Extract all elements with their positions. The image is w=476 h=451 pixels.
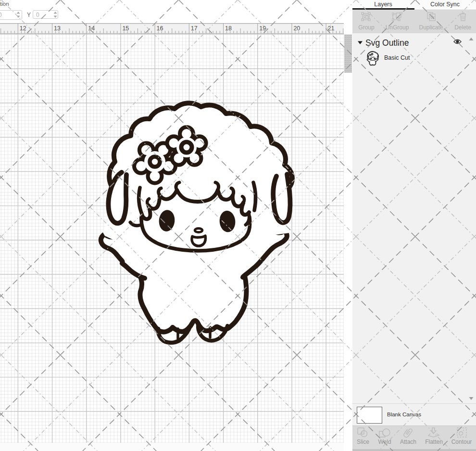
svg-text:12: 12 [20,25,26,32]
svg-text:18: 18 [225,25,232,32]
svg-text:13: 13 [54,25,61,32]
svg-text:21: 21 [328,25,335,32]
svg-text:14: 14 [88,25,95,32]
svg-text:19: 19 [259,25,266,32]
svg-text:16: 16 [157,25,163,32]
svg-text:20: 20 [293,25,300,32]
svg-text:17: 17 [191,25,198,32]
svg-text:15: 15 [122,25,129,32]
